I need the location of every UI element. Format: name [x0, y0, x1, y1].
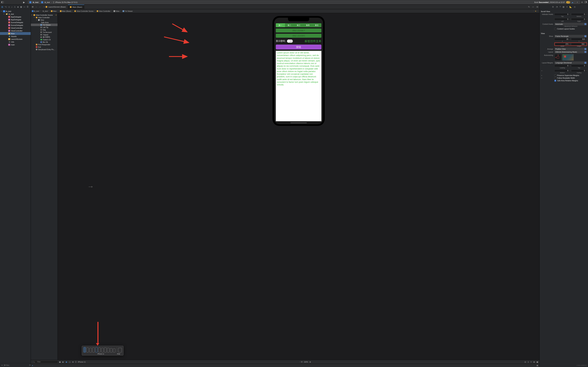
arrange-popup[interactable]: Position View	[554, 48, 587, 50]
outline-item[interactable]: LLab Tip	[31, 26, 58, 28]
navigator-filter-input[interactable]	[5, 364, 28, 366]
device-option[interactable]	[84, 347, 86, 352]
adjust-editor-icon[interactable]: ≡	[531, 5, 535, 9]
appearance-icon[interactable]: ◉	[66, 361, 67, 363]
toggle-left-panel-icon[interactable]	[1, 1, 4, 3]
layout-popup[interactable]: Inferred (Autoresizing Mask)	[554, 51, 587, 53]
device-indicator-icon[interactable]	[75, 361, 76, 363]
jump-bar-segment[interactable]: View Controller	[97, 10, 110, 12]
add-option-icon[interactable]: ＋	[541, 74, 543, 77]
device-option[interactable]	[98, 348, 101, 352]
debug-area-toggle-icon[interactable]: ▣	[536, 364, 538, 367]
history-inspector-icon[interactable]: ◔	[556, 6, 558, 8]
clock-icon[interactable]: ◔	[29, 364, 31, 366]
nav-item[interactable]: mViewController	[0, 29, 31, 32]
x-input[interactable]: ▲▼	[554, 38, 571, 41]
assistant-icon[interactable]: ▤	[535, 5, 539, 9]
account-textfield[interactable]: 请输入您的账户	[276, 28, 321, 33]
activity-bar[interactable]: ib_test ib_test › iPhone 15 Pro Max (17.…	[28, 0, 580, 4]
add-editor-icon[interactable]: ＋	[576, 1, 579, 4]
nav-item[interactable]: mSceneDelegate	[0, 24, 31, 26]
inset-left-input[interactable]: ▲▼	[554, 18, 571, 20]
toggle-right-panel-icon[interactable]	[584, 1, 587, 3]
nav-item[interactable]: ▾ib_test	[0, 10, 31, 13]
project-navigator-icon[interactable]: ▤	[1, 6, 3, 8]
report-icon[interactable]: ☰	[27, 6, 28, 8]
outline-item[interactable]: Safe Area	[31, 21, 58, 24]
outline-item[interactable]: L显示密码:	[31, 36, 58, 38]
margin-leading-input[interactable]: ▲▼	[554, 65, 571, 67]
nav-item[interactable]: hSceneDelegate	[0, 21, 31, 24]
add-option-icon[interactable]: ＋	[541, 77, 543, 79]
password-textfield[interactable]: 请输入您的密码	[276, 34, 321, 38]
margin-trailing-input[interactable]: ▲▼	[571, 69, 587, 72]
breakpoint-icon[interactable]: ▭	[24, 6, 25, 8]
outline-item[interactable]: ▾View Controller Scene	[31, 14, 58, 16]
segment-item[interactable]: 第三	[294, 23, 303, 27]
nav-item[interactable]: hAppDelegate	[0, 15, 31, 18]
readable-width-checkbox[interactable]	[554, 77, 556, 79]
jump-bar-segment[interactable]: View	[113, 10, 120, 12]
nav-item[interactable]: ▦Assets	[0, 35, 31, 38]
outline-filter-input[interactable]	[34, 360, 59, 363]
content-insets-popup[interactable]: Automatic	[554, 23, 587, 25]
jump-bar-segment[interactable]: Main	[51, 10, 57, 12]
segment-item[interactable]: 第五	[312, 23, 321, 27]
library-icon[interactable]: ⊞	[581, 1, 583, 3]
device-option[interactable]	[92, 348, 95, 352]
jump-prev-icon[interactable]: 〈	[533, 10, 535, 12]
pin-icon[interactable]: ╞	[528, 361, 529, 363]
device-option[interactable]	[104, 348, 106, 352]
outline-item[interactable]: Seg	[31, 28, 58, 31]
segment-item[interactable]: 第二	[285, 23, 294, 27]
nav-forward-icon[interactable]: ›	[38, 5, 42, 9]
related-items-icon[interactable]: ▦	[31, 5, 35, 9]
warnings-badge[interactable]: 9	[566, 1, 570, 3]
resolve-icon[interactable]: ▽	[530, 361, 532, 363]
find-icon[interactable]: ⌕	[11, 6, 12, 8]
jump-bar-segment[interactable]: Main (Base)	[60, 10, 71, 12]
autoresizing-control[interactable]	[555, 54, 561, 61]
preserve-margins-checkbox[interactable]	[554, 75, 556, 76]
outline-item[interactable]: FTxtpwd	[31, 33, 58, 36]
content-layout-guides-checkbox[interactable]	[554, 28, 556, 30]
margin-bottom-input[interactable]: ▲▼	[554, 69, 571, 72]
segmented-control[interactable]: 第一第二第三第四第五	[276, 23, 321, 27]
device-option-ipad[interactable]	[118, 348, 122, 352]
outline-item[interactable]: FTxt Account	[31, 31, 58, 33]
zoom-in-icon[interactable]: ⊕	[309, 361, 311, 363]
issue-icon[interactable]: ⚠	[14, 6, 16, 8]
editor-options-icon[interactable]: ▣	[536, 361, 538, 363]
height-input[interactable]: ▲▼	[571, 43, 587, 45]
file-inspector-icon[interactable]: 🗎	[552, 6, 554, 8]
outline-item[interactable]: Btn Ok	[31, 41, 58, 43]
nav-back-icon[interactable]: ‹	[35, 5, 38, 9]
device-option[interactable]	[113, 349, 115, 352]
outline-item[interactable]: ▾View	[31, 19, 58, 21]
ok-button[interactable]: 按钮	[276, 45, 321, 50]
device-picker-popover[interactable]: iPhone 11 iPad	[82, 346, 123, 356]
editor-tab[interactable]: Main (Base)	[68, 5, 84, 9]
run-button[interactable]: ▶	[23, 1, 25, 4]
zoom-out-icon[interactable]: －⊖	[299, 361, 303, 363]
nav-item[interactable]: ▾📁ib_test	[0, 13, 31, 15]
outline-item[interactable]: Switch Ctl	[31, 38, 58, 41]
bookmark-icon[interactable]: ◇	[8, 6, 10, 8]
nav-item[interactable]: hViewController	[0, 26, 31, 29]
recent-filter-icon[interactable]	[4, 364, 4, 366]
nav-item[interactable]: mAppDelegate	[0, 18, 31, 21]
nav-item[interactable]: mmain	[0, 43, 31, 46]
margin-top-input[interactable]: ▲▼	[571, 65, 587, 67]
device-option[interactable]	[95, 347, 98, 352]
editor-tab[interactable]: ×LaunchScreen (Base)	[42, 5, 68, 9]
debug-crumb-icon[interactable]: ▸	[32, 364, 33, 367]
segment-item[interactable]: 第四	[303, 23, 312, 27]
width-input[interactable]: ▲▼	[555, 43, 571, 45]
outline-item[interactable]: 1First Responder	[31, 43, 58, 46]
device-option[interactable]	[89, 348, 92, 352]
align-icon[interactable]: ⊡	[525, 361, 526, 363]
y-input[interactable]: ▲▼	[571, 38, 587, 41]
device-option[interactable]	[101, 348, 104, 352]
accessibility-icon[interactable]: ⊕	[72, 361, 74, 363]
jump-bar-segment[interactable]: ib_test	[42, 10, 48, 12]
